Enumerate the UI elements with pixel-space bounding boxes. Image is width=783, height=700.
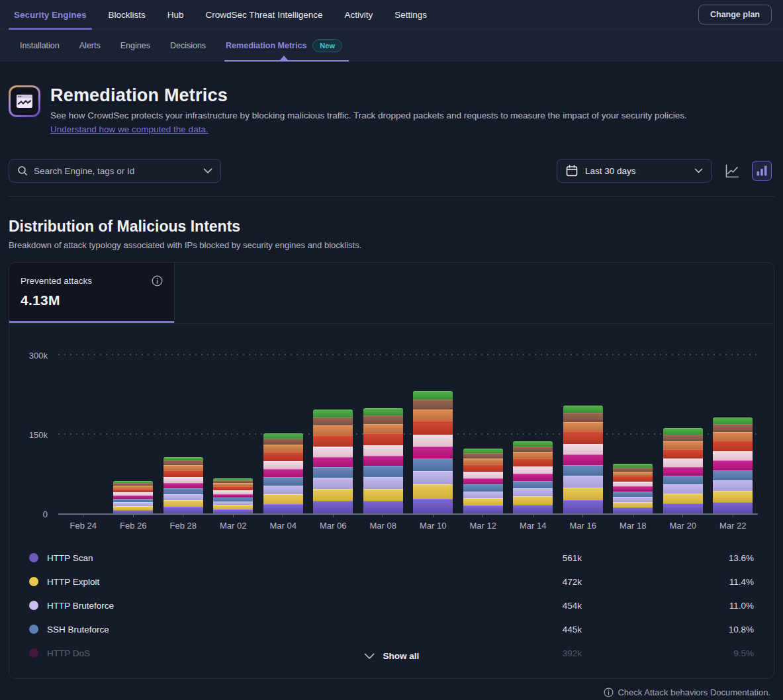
bar-segment[interactable] <box>713 491 753 502</box>
bar-segment[interactable] <box>313 478 353 489</box>
bar-segment[interactable] <box>463 478 503 485</box>
bar-segment[interactable] <box>663 494 703 503</box>
bar-segment[interactable] <box>363 501 403 514</box>
bar-segment[interactable] <box>363 445 403 456</box>
bar-segment[interactable] <box>313 467 353 478</box>
date-range-select[interactable]: Last 30 days <box>557 159 712 183</box>
bar-segment[interactable] <box>313 425 353 435</box>
bar-segment[interactable] <box>363 456 403 466</box>
bar-segment[interactable] <box>663 428 703 435</box>
bar-segment[interactable] <box>263 477 303 486</box>
search-input[interactable] <box>34 166 197 176</box>
stacked-bar[interactable] <box>613 464 653 514</box>
bar-segment[interactable] <box>163 477 203 483</box>
bar-segment[interactable] <box>413 400 453 410</box>
bar-segment[interactable] <box>413 499 453 514</box>
bar-segment[interactable] <box>413 410 453 421</box>
info-icon[interactable] <box>152 275 163 286</box>
bar-segment[interactable] <box>263 461 303 469</box>
stacked-bar[interactable] <box>413 391 453 514</box>
bar-segment[interactable] <box>613 502 653 508</box>
bar-segment[interactable] <box>463 492 503 498</box>
bar-segment[interactable] <box>463 472 503 478</box>
bar-segment[interactable] <box>613 482 653 486</box>
nav-item-security-engines[interactable]: Security Engines <box>14 0 87 30</box>
bar-segment[interactable] <box>663 441 703 449</box>
bar-segment[interactable] <box>363 489 403 501</box>
bar-segment[interactable] <box>713 441 753 451</box>
bar-column[interactable] <box>58 341 109 514</box>
bar-segment[interactable] <box>713 417 753 424</box>
bar-segment[interactable] <box>563 422 603 431</box>
bar-segment[interactable] <box>263 504 303 514</box>
nav-item-hub[interactable]: Hub <box>167 0 184 30</box>
bar-segment[interactable] <box>563 476 603 488</box>
bar-column[interactable] <box>608 341 659 514</box>
bar-segment[interactable] <box>263 439 303 445</box>
subnav-item-decisions[interactable]: Decisions <box>170 30 206 62</box>
bar-column[interactable] <box>208 341 259 514</box>
stacked-bar[interactable] <box>213 478 253 514</box>
bar-segment[interactable] <box>613 497 653 502</box>
stacked-bar[interactable] <box>663 428 703 514</box>
bar-column[interactable] <box>508 341 559 514</box>
subnav-item-remediation-metrics[interactable]: Remediation Metrics New <box>226 30 342 62</box>
bar-segment[interactable] <box>363 416 403 424</box>
bar-segment[interactable] <box>463 484 503 491</box>
bar-segment[interactable] <box>563 500 603 514</box>
bar-segment[interactable] <box>713 460 753 470</box>
bar-segment[interactable] <box>513 496 553 505</box>
bar-segment[interactable] <box>413 447 453 459</box>
bar-segment[interactable] <box>463 464 503 472</box>
bar-segment[interactable] <box>513 505 553 514</box>
bar-segment[interactable] <box>663 435 703 441</box>
bar-segment[interactable] <box>513 474 553 480</box>
bar-segment[interactable] <box>163 494 203 501</box>
bar-segment[interactable] <box>363 477 403 489</box>
legend-row-http-scan[interactable]: HTTP Scan 561k 13.6% <box>29 546 754 570</box>
bar-segment[interactable] <box>363 433 403 445</box>
bar-segment[interactable] <box>313 457 353 467</box>
nav-item-cti[interactable]: CrowdSec Threat Intelligence <box>206 0 323 30</box>
stacked-bar[interactable] <box>563 406 603 514</box>
bar-segment[interactable] <box>663 459 703 467</box>
bar-segment[interactable] <box>513 447 553 453</box>
nav-item-blocklists[interactable]: Blocklists <box>109 0 146 30</box>
bar-column[interactable] <box>558 341 608 514</box>
bar-segment[interactable] <box>163 470 203 477</box>
legend-row-http-exploit[interactable]: HTTP Exploit 472k 11.4% <box>29 570 754 593</box>
bar-column[interactable] <box>658 341 708 514</box>
bar-segment[interactable] <box>513 481 553 488</box>
bar-segment[interactable] <box>163 500 203 507</box>
stacked-bar[interactable] <box>163 457 203 514</box>
bar-segment[interactable] <box>263 469 303 477</box>
bar-column[interactable] <box>408 341 459 514</box>
bar-segment[interactable] <box>313 417 353 426</box>
bar-segment[interactable] <box>713 470 753 480</box>
bar-column[interactable] <box>158 341 208 514</box>
bar-segment[interactable] <box>513 459 553 466</box>
stacked-bar[interactable] <box>263 433 303 514</box>
stacked-bar[interactable] <box>463 449 503 514</box>
bar-chart-view-toggle[interactable] <box>752 161 772 181</box>
bar-segment[interactable] <box>663 467 703 476</box>
search-engine-combobox[interactable] <box>9 159 221 183</box>
bar-segment[interactable] <box>513 441 553 447</box>
bar-segment[interactable] <box>563 444 603 455</box>
bar-segment[interactable] <box>263 445 303 452</box>
bar-segment[interactable] <box>563 413 603 422</box>
bar-segment[interactable] <box>563 465 603 476</box>
bar-segment[interactable] <box>513 466 553 474</box>
bar-segment[interactable] <box>463 449 503 453</box>
bar-segment[interactable] <box>663 476 703 485</box>
bar-segment[interactable] <box>663 503 703 514</box>
bar-column[interactable] <box>708 341 759 514</box>
legend-row-http-bruteforce[interactable]: HTTP Bruteforce 454k 11.0% <box>29 593 754 617</box>
subnav-item-alerts[interactable]: Alerts <box>79 30 101 62</box>
bar-segment[interactable] <box>663 449 703 459</box>
bar-segment[interactable] <box>363 408 403 416</box>
bar-segment[interactable] <box>563 455 603 465</box>
bar-segment[interactable] <box>413 435 453 447</box>
bar-column[interactable] <box>258 341 308 514</box>
bar-segment[interactable] <box>163 460 203 465</box>
